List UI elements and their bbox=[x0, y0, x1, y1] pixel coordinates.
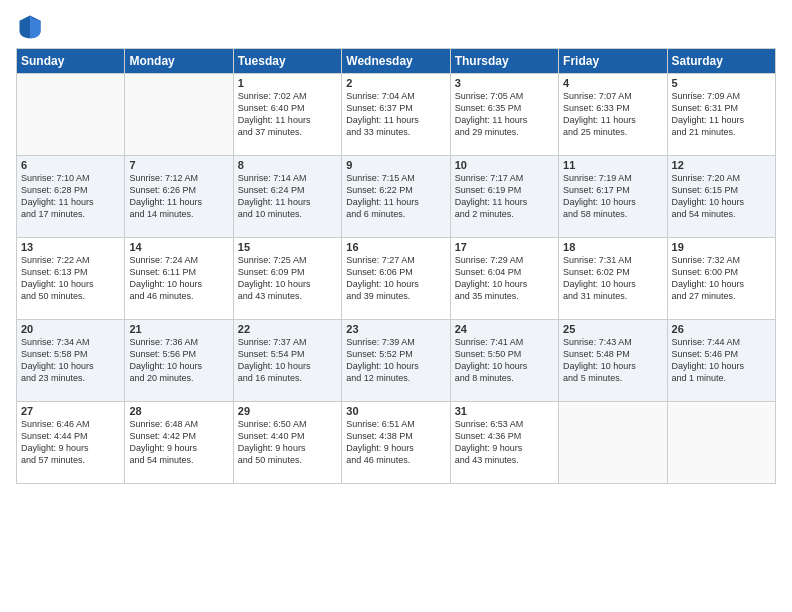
calendar-day-cell: 10Sunrise: 7:17 AM Sunset: 6:19 PM Dayli… bbox=[450, 156, 558, 238]
calendar-day-cell: 16Sunrise: 7:27 AM Sunset: 6:06 PM Dayli… bbox=[342, 238, 450, 320]
logo-icon bbox=[16, 12, 44, 40]
day-info: Sunrise: 7:14 AM Sunset: 6:24 PM Dayligh… bbox=[238, 172, 337, 221]
day-number: 23 bbox=[346, 323, 445, 335]
day-number: 10 bbox=[455, 159, 554, 171]
calendar-day-cell: 26Sunrise: 7:44 AM Sunset: 5:46 PM Dayli… bbox=[667, 320, 775, 402]
day-info: Sunrise: 7:02 AM Sunset: 6:40 PM Dayligh… bbox=[238, 90, 337, 139]
calendar-day-cell: 5Sunrise: 7:09 AM Sunset: 6:31 PM Daylig… bbox=[667, 74, 775, 156]
calendar-day-cell bbox=[125, 74, 233, 156]
day-number: 11 bbox=[563, 159, 662, 171]
day-info: Sunrise: 7:32 AM Sunset: 6:00 PM Dayligh… bbox=[672, 254, 771, 303]
logo bbox=[16, 12, 48, 40]
calendar-week-row: 1Sunrise: 7:02 AM Sunset: 6:40 PM Daylig… bbox=[17, 74, 776, 156]
day-number: 15 bbox=[238, 241, 337, 253]
calendar-week-row: 13Sunrise: 7:22 AM Sunset: 6:13 PM Dayli… bbox=[17, 238, 776, 320]
calendar-day-cell: 8Sunrise: 7:14 AM Sunset: 6:24 PM Daylig… bbox=[233, 156, 341, 238]
calendar-header-row: Sunday Monday Tuesday Wednesday Thursday… bbox=[17, 49, 776, 74]
day-info: Sunrise: 6:46 AM Sunset: 4:44 PM Dayligh… bbox=[21, 418, 120, 467]
day-number: 25 bbox=[563, 323, 662, 335]
day-info: Sunrise: 7:19 AM Sunset: 6:17 PM Dayligh… bbox=[563, 172, 662, 221]
day-number: 6 bbox=[21, 159, 120, 171]
day-info: Sunrise: 7:27 AM Sunset: 6:06 PM Dayligh… bbox=[346, 254, 445, 303]
calendar-week-row: 6Sunrise: 7:10 AM Sunset: 6:28 PM Daylig… bbox=[17, 156, 776, 238]
col-sunday: Sunday bbox=[17, 49, 125, 74]
day-number: 24 bbox=[455, 323, 554, 335]
calendar-day-cell: 6Sunrise: 7:10 AM Sunset: 6:28 PM Daylig… bbox=[17, 156, 125, 238]
calendar-day-cell bbox=[667, 402, 775, 484]
day-number: 31 bbox=[455, 405, 554, 417]
day-number: 7 bbox=[129, 159, 228, 171]
day-info: Sunrise: 7:34 AM Sunset: 5:58 PM Dayligh… bbox=[21, 336, 120, 385]
calendar-day-cell: 22Sunrise: 7:37 AM Sunset: 5:54 PM Dayli… bbox=[233, 320, 341, 402]
day-info: Sunrise: 7:05 AM Sunset: 6:35 PM Dayligh… bbox=[455, 90, 554, 139]
day-info: Sunrise: 7:09 AM Sunset: 6:31 PM Dayligh… bbox=[672, 90, 771, 139]
calendar-day-cell: 7Sunrise: 7:12 AM Sunset: 6:26 PM Daylig… bbox=[125, 156, 233, 238]
day-number: 9 bbox=[346, 159, 445, 171]
col-thursday: Thursday bbox=[450, 49, 558, 74]
day-number: 20 bbox=[21, 323, 120, 335]
col-wednesday: Wednesday bbox=[342, 49, 450, 74]
calendar-day-cell bbox=[559, 402, 667, 484]
day-info: Sunrise: 7:22 AM Sunset: 6:13 PM Dayligh… bbox=[21, 254, 120, 303]
calendar-day-cell: 18Sunrise: 7:31 AM Sunset: 6:02 PM Dayli… bbox=[559, 238, 667, 320]
calendar-day-cell: 19Sunrise: 7:32 AM Sunset: 6:00 PM Dayli… bbox=[667, 238, 775, 320]
calendar-day-cell: 31Sunrise: 6:53 AM Sunset: 4:36 PM Dayli… bbox=[450, 402, 558, 484]
calendar-day-cell: 12Sunrise: 7:20 AM Sunset: 6:15 PM Dayli… bbox=[667, 156, 775, 238]
day-number: 27 bbox=[21, 405, 120, 417]
calendar-day-cell: 15Sunrise: 7:25 AM Sunset: 6:09 PM Dayli… bbox=[233, 238, 341, 320]
day-number: 29 bbox=[238, 405, 337, 417]
day-number: 13 bbox=[21, 241, 120, 253]
day-info: Sunrise: 6:48 AM Sunset: 4:42 PM Dayligh… bbox=[129, 418, 228, 467]
day-info: Sunrise: 6:51 AM Sunset: 4:38 PM Dayligh… bbox=[346, 418, 445, 467]
col-saturday: Saturday bbox=[667, 49, 775, 74]
calendar-day-cell: 29Sunrise: 6:50 AM Sunset: 4:40 PM Dayli… bbox=[233, 402, 341, 484]
day-info: Sunrise: 7:41 AM Sunset: 5:50 PM Dayligh… bbox=[455, 336, 554, 385]
day-info: Sunrise: 7:04 AM Sunset: 6:37 PM Dayligh… bbox=[346, 90, 445, 139]
day-number: 12 bbox=[672, 159, 771, 171]
day-number: 5 bbox=[672, 77, 771, 89]
day-info: Sunrise: 7:43 AM Sunset: 5:48 PM Dayligh… bbox=[563, 336, 662, 385]
calendar-day-cell: 24Sunrise: 7:41 AM Sunset: 5:50 PM Dayli… bbox=[450, 320, 558, 402]
day-number: 22 bbox=[238, 323, 337, 335]
day-number: 16 bbox=[346, 241, 445, 253]
calendar-day-cell: 23Sunrise: 7:39 AM Sunset: 5:52 PM Dayli… bbox=[342, 320, 450, 402]
calendar-day-cell bbox=[17, 74, 125, 156]
calendar-day-cell: 20Sunrise: 7:34 AM Sunset: 5:58 PM Dayli… bbox=[17, 320, 125, 402]
day-number: 30 bbox=[346, 405, 445, 417]
day-info: Sunrise: 7:44 AM Sunset: 5:46 PM Dayligh… bbox=[672, 336, 771, 385]
calendar-table: Sunday Monday Tuesday Wednesday Thursday… bbox=[16, 48, 776, 484]
day-info: Sunrise: 7:07 AM Sunset: 6:33 PM Dayligh… bbox=[563, 90, 662, 139]
day-number: 8 bbox=[238, 159, 337, 171]
day-info: Sunrise: 6:53 AM Sunset: 4:36 PM Dayligh… bbox=[455, 418, 554, 467]
calendar-day-cell: 21Sunrise: 7:36 AM Sunset: 5:56 PM Dayli… bbox=[125, 320, 233, 402]
page-header bbox=[16, 12, 776, 40]
calendar-day-cell: 30Sunrise: 6:51 AM Sunset: 4:38 PM Dayli… bbox=[342, 402, 450, 484]
col-tuesday: Tuesday bbox=[233, 49, 341, 74]
day-info: Sunrise: 7:39 AM Sunset: 5:52 PM Dayligh… bbox=[346, 336, 445, 385]
calendar-week-row: 27Sunrise: 6:46 AM Sunset: 4:44 PM Dayli… bbox=[17, 402, 776, 484]
day-info: Sunrise: 7:31 AM Sunset: 6:02 PM Dayligh… bbox=[563, 254, 662, 303]
day-info: Sunrise: 7:36 AM Sunset: 5:56 PM Dayligh… bbox=[129, 336, 228, 385]
col-monday: Monday bbox=[125, 49, 233, 74]
day-number: 28 bbox=[129, 405, 228, 417]
day-info: Sunrise: 7:24 AM Sunset: 6:11 PM Dayligh… bbox=[129, 254, 228, 303]
day-number: 3 bbox=[455, 77, 554, 89]
day-info: Sunrise: 7:15 AM Sunset: 6:22 PM Dayligh… bbox=[346, 172, 445, 221]
day-info: Sunrise: 7:10 AM Sunset: 6:28 PM Dayligh… bbox=[21, 172, 120, 221]
calendar-day-cell: 4Sunrise: 7:07 AM Sunset: 6:33 PM Daylig… bbox=[559, 74, 667, 156]
calendar-day-cell: 25Sunrise: 7:43 AM Sunset: 5:48 PM Dayli… bbox=[559, 320, 667, 402]
calendar-day-cell: 14Sunrise: 7:24 AM Sunset: 6:11 PM Dayli… bbox=[125, 238, 233, 320]
calendar-week-row: 20Sunrise: 7:34 AM Sunset: 5:58 PM Dayli… bbox=[17, 320, 776, 402]
day-number: 21 bbox=[129, 323, 228, 335]
day-number: 14 bbox=[129, 241, 228, 253]
calendar-day-cell: 28Sunrise: 6:48 AM Sunset: 4:42 PM Dayli… bbox=[125, 402, 233, 484]
day-info: Sunrise: 7:37 AM Sunset: 5:54 PM Dayligh… bbox=[238, 336, 337, 385]
day-number: 17 bbox=[455, 241, 554, 253]
day-info: Sunrise: 7:29 AM Sunset: 6:04 PM Dayligh… bbox=[455, 254, 554, 303]
day-info: Sunrise: 7:12 AM Sunset: 6:26 PM Dayligh… bbox=[129, 172, 228, 221]
day-number: 18 bbox=[563, 241, 662, 253]
day-number: 26 bbox=[672, 323, 771, 335]
day-number: 19 bbox=[672, 241, 771, 253]
day-number: 1 bbox=[238, 77, 337, 89]
calendar-day-cell: 2Sunrise: 7:04 AM Sunset: 6:37 PM Daylig… bbox=[342, 74, 450, 156]
